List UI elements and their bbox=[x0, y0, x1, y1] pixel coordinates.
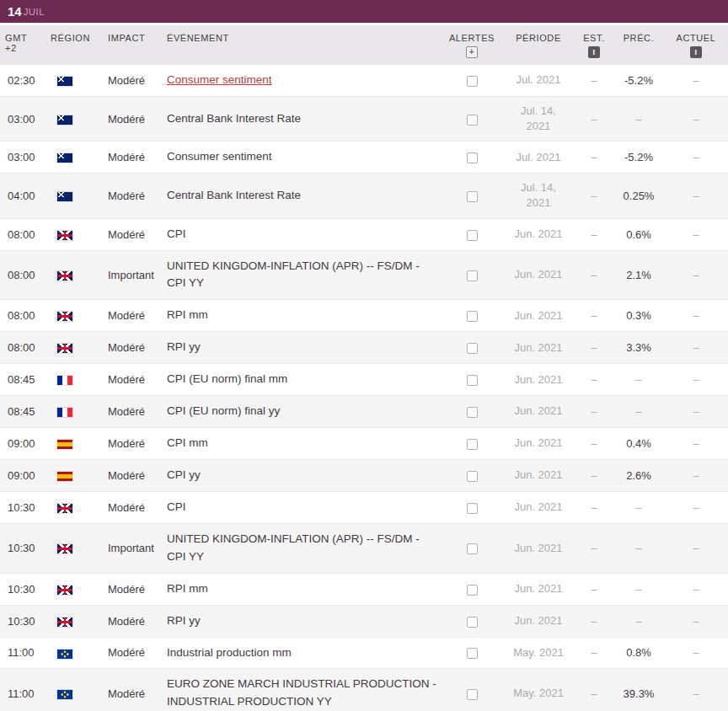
alert-checkbox[interactable] bbox=[467, 585, 478, 596]
event-time: 09:00 bbox=[0, 459, 46, 491]
alert-checkbox[interactable] bbox=[467, 270, 478, 281]
event-name[interactable]: CPI bbox=[167, 500, 186, 513]
event-name[interactable]: CPI (EU norm) final mm bbox=[167, 372, 287, 385]
event-name[interactable]: Central Bank Interest Rate bbox=[167, 189, 301, 201]
add-alert-icon[interactable]: + bbox=[466, 46, 478, 58]
event-row: 08:00 Modéré RPI mm Jun. 2021 – 0.3% – bbox=[0, 300, 728, 332]
event-row: 03:00 Modéré Central Bank Interest Rate … bbox=[0, 96, 728, 141]
estimate-value: – bbox=[575, 396, 613, 428]
estimate-value: – bbox=[575, 491, 613, 523]
event-time: 03:00 bbox=[0, 142, 46, 174]
event-name[interactable]: CPI (EU norm) final yy bbox=[167, 404, 280, 417]
info-icon[interactable]: i bbox=[690, 46, 702, 58]
event-name[interactable]: Consumer sentiment bbox=[167, 150, 272, 163]
region-cell bbox=[46, 364, 103, 396]
date-day: 14 bbox=[8, 4, 22, 19]
event-row: 11:00 Modéré EURO ZONE MARCH INDUSTRIAL … bbox=[0, 669, 728, 711]
event-name[interactable]: RPI mm bbox=[167, 582, 208, 595]
period-cell: Jun. 2021 bbox=[502, 523, 575, 573]
event-row: 08:00 Modéré RPI yy Jun. 2021 – 3.3% – bbox=[0, 332, 728, 364]
alert-checkbox[interactable] bbox=[467, 503, 478, 514]
alert-checkbox[interactable] bbox=[467, 115, 478, 126]
region-cell bbox=[46, 65, 103, 97]
estimate-value: – bbox=[575, 605, 613, 637]
estimate-value: – bbox=[575, 459, 613, 491]
col-period: PÉRIODE bbox=[502, 25, 575, 65]
period-cell: Jun. 2021 bbox=[502, 491, 575, 523]
event-row: 09:00 Modéré CPI yy Jun. 2021 – 2.6% – bbox=[0, 459, 728, 491]
event-name[interactable]: Consumer sentiment bbox=[167, 73, 272, 86]
event-cell: RPI mm bbox=[162, 300, 442, 332]
alert-checkbox[interactable] bbox=[467, 648, 478, 659]
alert-cell bbox=[442, 428, 502, 460]
alert-checkbox[interactable] bbox=[467, 375, 478, 386]
event-name[interactable]: CPI yy bbox=[167, 468, 201, 481]
alert-checkbox[interactable] bbox=[467, 311, 478, 322]
previous-value: 0.6% bbox=[613, 218, 664, 250]
event-cell: Consumer sentiment bbox=[162, 142, 442, 174]
event-name[interactable]: UNITED KINGDOM-INFLATION (APR) -- FS/DM … bbox=[167, 259, 420, 290]
alert-checkbox[interactable] bbox=[467, 543, 478, 554]
alert-checkbox[interactable] bbox=[467, 407, 478, 418]
event-name[interactable]: CPI mm bbox=[167, 436, 208, 449]
period-cell: Jun. 2021 bbox=[502, 573, 575, 605]
alert-checkbox[interactable] bbox=[467, 152, 478, 163]
alert-checkbox[interactable] bbox=[467, 76, 478, 87]
event-time: 09:00 bbox=[0, 428, 46, 460]
alert-checkbox[interactable] bbox=[467, 191, 478, 202]
region-cell bbox=[46, 573, 103, 605]
event-name[interactable]: UNITED KINGDOM-INFLATION (APR) -- FS/DM … bbox=[167, 532, 420, 563]
event-name[interactable]: EURO ZONE MARCH INDUSTRIAL PRODUCTION - … bbox=[167, 677, 436, 708]
flag-france-icon bbox=[57, 376, 72, 385]
previous-value: 2.1% bbox=[613, 250, 664, 300]
event-period: Jun. 2021 bbox=[510, 613, 567, 628]
alert-checkbox[interactable] bbox=[467, 617, 478, 628]
previous-value: 0.3% bbox=[613, 300, 664, 332]
col-region: RÉGION bbox=[46, 25, 103, 65]
region-cell bbox=[46, 300, 103, 332]
event-name[interactable]: CPI bbox=[167, 227, 186, 240]
event-row: 08:00 Important UNITED KINGDOM-INFLATION… bbox=[0, 250, 728, 300]
estimate-value: – bbox=[575, 669, 613, 711]
event-period: Jun. 2021 bbox=[510, 541, 567, 556]
event-cell: UNITED KINGDOM-INFLATION (APR) -- FS/DM … bbox=[162, 523, 442, 573]
calendar-table: GMT +2 RÉGION IMPACT ÉVÉNEMENT ALERTES +… bbox=[0, 25, 728, 711]
flag-uk-icon bbox=[57, 231, 72, 240]
event-name[interactable]: RPI yy bbox=[167, 340, 201, 353]
event-time: 03:00 bbox=[0, 96, 46, 141]
actual-value: – bbox=[664, 300, 728, 332]
event-row: 10:30 Important UNITED KINGDOM-INFLATION… bbox=[0, 523, 728, 573]
previous-value: -5.2% bbox=[613, 142, 664, 174]
col-event-label: ÉVÉNEMENT bbox=[167, 33, 229, 43]
period-cell: Jun. 2021 bbox=[502, 250, 575, 300]
previous-value: – bbox=[613, 364, 664, 396]
alert-cell bbox=[442, 523, 502, 573]
alert-checkbox[interactable] bbox=[467, 230, 478, 241]
event-name[interactable]: RPI yy bbox=[167, 614, 201, 627]
alert-checkbox[interactable] bbox=[467, 343, 478, 354]
estimate-value: – bbox=[575, 300, 613, 332]
event-time: 11:00 bbox=[0, 637, 46, 669]
event-name[interactable]: Industrial production mm bbox=[167, 646, 292, 659]
event-name[interactable]: RPI mm bbox=[167, 308, 208, 321]
estimate-value: – bbox=[575, 332, 613, 364]
period-cell: Jun. 2021 bbox=[502, 459, 575, 491]
col-previous: PRÉC. bbox=[613, 25, 664, 65]
alert-checkbox[interactable] bbox=[467, 471, 478, 482]
flag-eu-icon bbox=[57, 650, 72, 659]
estimate-value: – bbox=[575, 250, 613, 300]
flag-uk-icon bbox=[57, 271, 72, 281]
event-period: May. 2021 bbox=[510, 645, 567, 660]
alert-cell bbox=[442, 218, 502, 250]
event-cell: RPI mm bbox=[162, 573, 442, 605]
event-name[interactable]: Central Bank Interest Rate bbox=[167, 112, 301, 125]
alert-checkbox[interactable] bbox=[467, 689, 478, 700]
event-cell: CPI (EU norm) final mm bbox=[162, 364, 442, 396]
alert-cell bbox=[442, 300, 502, 332]
alert-checkbox[interactable] bbox=[467, 439, 478, 450]
period-cell: Jul. 2021 bbox=[502, 142, 575, 174]
estimate-value: – bbox=[575, 637, 613, 669]
info-icon[interactable]: i bbox=[588, 46, 600, 58]
previous-value: – bbox=[613, 605, 664, 637]
previous-value: – bbox=[613, 96, 664, 141]
